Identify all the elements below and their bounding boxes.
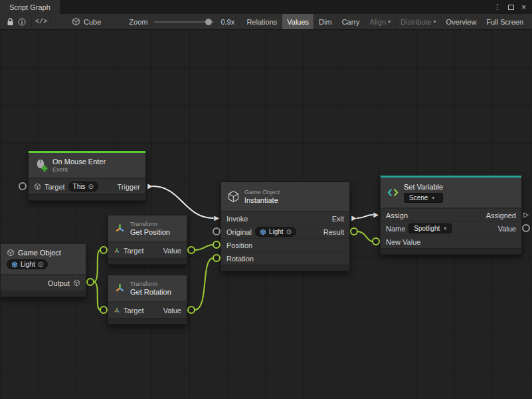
node-header: Set Variable Scene ▾ — [381, 178, 521, 208]
transform-icon — [114, 247, 120, 254]
game-object-icon — [11, 261, 18, 268]
zoom-slider[interactable] — [154, 21, 214, 23]
port-instantiate-rotation-in[interactable] — [213, 254, 221, 262]
original-value-pill[interactable]: Light ⊙ — [255, 227, 296, 237]
chevron-down-icon: ▾ — [444, 225, 446, 231]
node-header: Transform Get Rotation — [108, 275, 187, 302]
tab-title: Script Graph — [9, 3, 50, 11]
cube-icon — [73, 279, 80, 287]
toolbar-button-relations[interactable]: Relations — [242, 14, 282, 29]
port-instantiate-exit-out[interactable]: ▶ — [350, 214, 358, 222]
target-value-pill[interactable]: This ⊙ — [68, 182, 98, 192]
port-set-variable-value-out[interactable] — [522, 224, 530, 232]
node-footer — [108, 258, 187, 264]
node-title: Get Position — [130, 228, 170, 236]
port-instantiate-result-out[interactable] — [350, 227, 358, 235]
toolbar-button-carry[interactable]: Carry — [337, 14, 365, 29]
port-label-target: Target — [124, 307, 144, 315]
port-on-mouse-enter-trigger-out[interactable]: ▶ — [146, 182, 154, 190]
node-on-mouse-enter[interactable]: On Mouse Enter Event Target This ⊙ Trigg… — [28, 150, 146, 201]
transform-icon — [114, 223, 126, 234]
toolbar-button-distribute[interactable]: Distribute▾ — [395, 14, 440, 29]
object-picker-icon[interactable]: ⊙ — [38, 261, 43, 268]
port-row: Name Spotlight ▾ Value — [381, 221, 521, 235]
tab-script-graph[interactable]: Script Graph — [0, 0, 60, 14]
port-label-position: Position — [226, 241, 252, 249]
toolbar-button-align[interactable]: Align▾ — [365, 14, 395, 29]
port-get-position-target-in[interactable] — [100, 246, 108, 254]
port-label-value: Value — [498, 225, 516, 233]
transform-icon — [114, 283, 126, 294]
port-label-assigned: Assigned — [486, 211, 516, 219]
port-set-variable-assigned-out[interactable]: ▷ — [522, 211, 530, 219]
node-header: Game Object Instantiate — [221, 182, 349, 211]
node-category: Transform — [130, 221, 170, 227]
node-game-object-literal[interactable]: Game Object Light ⊙ Output — [0, 243, 86, 297]
wire-result-to-newvalue — [357, 231, 373, 241]
lock-icon[interactable] — [4, 16, 16, 28]
port-row: Original Light ⊙ Result — [221, 225, 349, 238]
variable-icon — [387, 186, 399, 199]
node-get-rotation[interactable]: Transform Get Rotation Target Value — [108, 275, 187, 325]
node-header: Transform Get Position — [108, 215, 187, 242]
port-row: Assign Assigned — [381, 208, 521, 221]
graph-canvas[interactable]: On Mouse Enter Event Target This ⊙ Trigg… — [0, 30, 532, 399]
graph-breadcrumb[interactable]: Cube — [72, 17, 101, 26]
node-title: On Mouse Enter — [52, 158, 106, 166]
node-title: Game Object — [18, 249, 61, 257]
variable-name-dropdown[interactable]: Spotlight ▾ — [408, 223, 452, 233]
zoom-label: Zoom — [129, 18, 147, 26]
port-label-value: Value — [163, 307, 181, 315]
port-instantiate-position-in[interactable] — [213, 241, 221, 249]
zoom-slider-handle[interactable] — [205, 19, 212, 25]
node-subtitle: Event — [52, 166, 106, 173]
port-get-rotation-target-in[interactable] — [100, 306, 108, 314]
port-label-value: Value — [163, 247, 181, 255]
node-footer — [221, 265, 349, 271]
node-title: Set Variable — [404, 183, 443, 191]
object-picker-icon[interactable]: ⊙ — [88, 183, 93, 190]
toolbar-button-fullscreen[interactable]: Full Screen — [481, 14, 528, 29]
toolbar-separator — [31, 17, 32, 27]
port-label-exit: Exit — [332, 215, 344, 223]
graph-name: Cube — [84, 18, 101, 26]
port-on-mouse-enter-target-in[interactable] — [19, 182, 27, 190]
wire-light-to-getrotation-target — [94, 282, 100, 310]
graph-toolbar: </> Cube Zoom 0.9x Relations Values Dim … — [0, 14, 532, 30]
node-set-variable[interactable]: Set Variable Scene ▾ Assign Assigned Nam… — [380, 175, 522, 255]
node-header: On Mouse Enter Event — [29, 153, 145, 178]
wire-position-value-to-instantiate — [195, 245, 213, 250]
port-instantiate-original-in[interactable] — [213, 227, 221, 235]
node-category: Transform — [130, 281, 171, 287]
port-game-object-output[interactable] — [86, 278, 94, 286]
node-get-position[interactable]: Transform Get Position Target Value — [108, 215, 187, 265]
node-title: Instantiate — [244, 196, 280, 204]
port-row: Invoke Exit — [221, 211, 349, 225]
node-footer — [108, 318, 187, 324]
variable-scope-dropdown[interactable]: Scene ▾ — [404, 193, 443, 203]
port-get-rotation-value-out[interactable] — [187, 306, 195, 314]
node-footer — [1, 291, 86, 297]
toolbar-button-dim[interactable]: Dim — [313, 14, 337, 29]
object-value-pill[interactable]: Light ⊙ — [7, 259, 48, 269]
object-picker-icon[interactable]: ⊙ — [286, 228, 292, 235]
port-label-trigger: Trigger — [118, 183, 140, 191]
port-instantiate-invoke-in[interactable]: ▶ — [213, 214, 221, 222]
close-icon[interactable]: × — [521, 3, 526, 12]
toolbar-button-overview[interactable]: Overview — [441, 14, 482, 29]
wire-exit-to-assign — [357, 215, 373, 218]
code-view-icon[interactable]: </> — [35, 16, 47, 28]
port-set-variable-new-value-in[interactable] — [372, 237, 380, 245]
port-row: Target Value — [108, 242, 187, 258]
port-get-position-value-out[interactable] — [187, 246, 195, 254]
toolbar-button-values[interactable]: Values — [282, 14, 313, 29]
mouse-enter-icon — [35, 159, 48, 172]
port-set-variable-assign-in[interactable]: ▶ — [372, 211, 380, 219]
chevron-down-icon: ▾ — [434, 19, 436, 25]
port-label-name: Name — [386, 225, 405, 233]
kebab-menu-icon[interactable]: ⋮ — [493, 3, 501, 11]
maximize-icon[interactable] — [508, 5, 514, 10]
node-category: Game Object — [244, 189, 280, 196]
info-icon[interactable] — [16, 16, 28, 28]
node-instantiate[interactable]: Game Object Instantiate Invoke Exit Orig… — [221, 182, 350, 271]
